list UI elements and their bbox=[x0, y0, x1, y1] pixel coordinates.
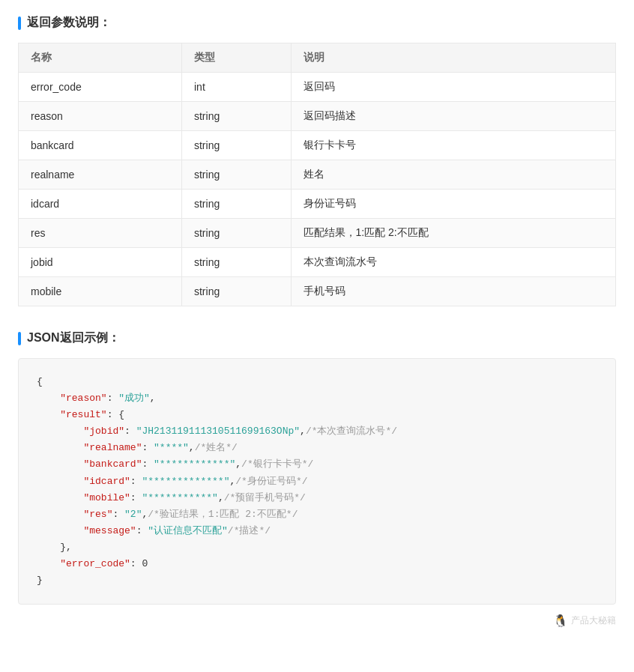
table-cell: res bbox=[19, 219, 182, 248]
table-cell: 手机号码 bbox=[291, 277, 615, 306]
table-cell: string bbox=[181, 248, 291, 277]
table-cell: 本次查询流水号 bbox=[291, 248, 615, 277]
table-cell: realname bbox=[19, 160, 182, 190]
col-name-header: 名称 bbox=[19, 43, 182, 73]
json-example-heading: JSON返回示例： bbox=[18, 330, 616, 346]
table-cell: idcard bbox=[19, 190, 182, 219]
json-example-title: JSON返回示例： bbox=[27, 330, 120, 346]
table-cell: string bbox=[181, 190, 291, 219]
table-cell: string bbox=[181, 102, 291, 131]
table-row: error_codeint返回码 bbox=[19, 73, 616, 102]
json-example-section: JSON返回示例： { "reason": "成功", "result": { … bbox=[18, 330, 616, 605]
table-cell: 身份证号码 bbox=[291, 190, 615, 219]
table-row: resstring匹配结果，1:匹配 2:不匹配 bbox=[19, 219, 616, 248]
table-cell: mobile bbox=[19, 277, 182, 306]
table-row: jobidstring本次查询流水号 bbox=[19, 248, 616, 277]
watermark-text: 产品大秘籍 bbox=[571, 614, 616, 627]
table-row: reasonstring返回码描述 bbox=[19, 102, 616, 131]
watermark: 🐧 产品大秘籍 bbox=[18, 614, 616, 628]
return-params-table: 名称 类型 说明 error_codeint返回码reasonstring返回码… bbox=[18, 43, 616, 306]
col-type-header: 类型 bbox=[181, 43, 291, 73]
watermark-icon: 🐧 bbox=[553, 614, 568, 628]
col-desc-header: 说明 bbox=[291, 43, 615, 73]
table-row: bankcardstring银行卡卡号 bbox=[19, 131, 616, 160]
return-params-title: 返回参数说明： bbox=[27, 15, 111, 31]
table-cell: jobid bbox=[19, 248, 182, 277]
json-code-block: { "reason": "成功", "result": { "jobid": "… bbox=[18, 358, 616, 605]
table-cell: 银行卡卡号 bbox=[291, 131, 615, 160]
table-cell: 匹配结果，1:匹配 2:不匹配 bbox=[291, 219, 615, 248]
table-cell: reason bbox=[19, 102, 182, 131]
table-cell: error_code bbox=[19, 73, 182, 102]
table-cell: string bbox=[181, 219, 291, 248]
table-cell: string bbox=[181, 277, 291, 306]
table-cell: string bbox=[181, 160, 291, 190]
table-cell: string bbox=[181, 131, 291, 160]
table-row: idcardstring身份证号码 bbox=[19, 190, 616, 219]
table-header-row: 名称 类型 说明 bbox=[19, 43, 616, 73]
table-row: realnamestring姓名 bbox=[19, 160, 616, 190]
table-cell: bankcard bbox=[19, 131, 182, 160]
table-row: mobilestring手机号码 bbox=[19, 277, 616, 306]
return-params-heading: 返回参数说明： bbox=[18, 15, 616, 31]
table-cell: 返回码描述 bbox=[291, 102, 615, 131]
table-cell: 返回码 bbox=[291, 73, 615, 102]
table-cell: 姓名 bbox=[291, 160, 615, 190]
table-cell: int bbox=[181, 73, 291, 102]
